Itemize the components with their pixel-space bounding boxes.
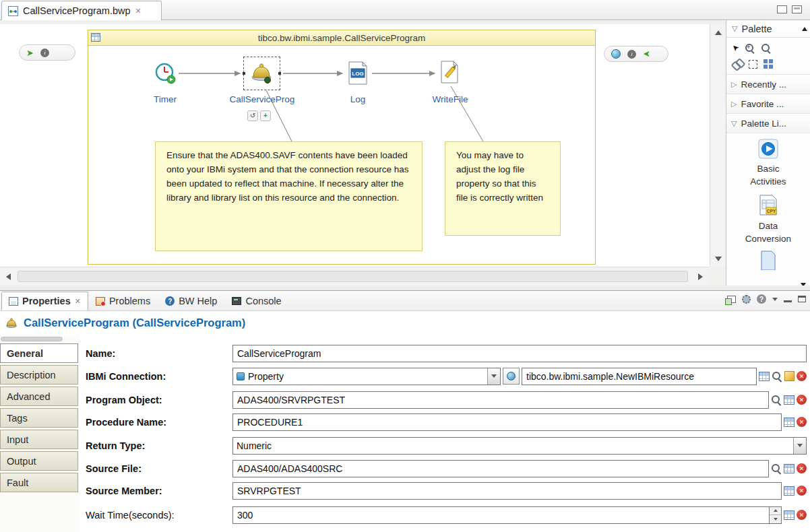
side-tab-general[interactable]: General [0, 343, 78, 363]
add-activity-icon[interactable]: + [260, 110, 271, 121]
module-property-icon[interactable] [784, 464, 795, 473]
activity-label-timer[interactable]: Timer [145, 94, 185, 104]
side-tab-input[interactable]: Input [0, 430, 78, 449]
link-tool-icon[interactable] [732, 59, 743, 69]
tab-problems[interactable]: Problems [88, 292, 158, 310]
side-tab-description[interactable]: Description [0, 365, 78, 385]
combo-arrow-icon[interactable] [793, 438, 806, 454]
info-icon[interactable]: i [627, 50, 636, 59]
gear-icon[interactable] [742, 295, 751, 304]
log-icon: LOG [347, 61, 369, 86]
combo-arrow-icon[interactable] [487, 368, 500, 385]
restore-view-icon[interactable] [727, 296, 736, 303]
search-icon[interactable] [771, 463, 782, 474]
connection-mode-combo[interactable]: Property [232, 368, 501, 385]
horizontal-sash[interactable] [0, 286, 810, 291]
help-icon[interactable]: ? [757, 294, 766, 304]
horizontal-scroll-thumb[interactable] [18, 271, 688, 282]
editor-vertical-scrollbar[interactable] [710, 24, 726, 267]
activity-callserviceprogram[interactable] [250, 61, 273, 86]
clear-icon[interactable]: ✕ [797, 486, 807, 496]
search-icon[interactable] [772, 371, 782, 382]
activity-writefile[interactable] [439, 59, 462, 87]
tab-bw-help[interactable]: ? BW Help [158, 292, 224, 310]
field-row-name: Name: [86, 344, 807, 362]
minimize-editor-button[interactable] [777, 5, 787, 13]
module-property-icon[interactable] [784, 418, 795, 427]
wait-time-stepper[interactable] [770, 506, 782, 524]
editor-tab-close-icon[interactable]: ✕ [135, 7, 142, 15]
side-tabs-scrollbar[interactable] [1, 337, 63, 341]
validate-icon[interactable] [611, 49, 621, 59]
palette-group-favorite[interactable]: ▷ Favorite ... [726, 94, 810, 114]
return-type-combo[interactable]: Numeric [232, 437, 807, 455]
note-logfile[interactable]: You may have to adjust the log file prop… [445, 141, 561, 236]
field-row-procedure-name: Procedure Name: ✕ [86, 413, 807, 431]
side-tab-output[interactable]: Output [0, 451, 78, 471]
stepper-down-icon[interactable] [770, 515, 781, 523]
scroll-right-button[interactable] [695, 271, 706, 282]
palette-group-recently[interactable]: ▷ Recently ... [726, 75, 810, 94]
scroll-down-button[interactable] [712, 253, 724, 264]
editor-horizontal-scrollbar[interactable] [0, 267, 726, 286]
maximize-view-button[interactable] [798, 296, 806, 302]
palette-entry-partial[interactable] [726, 250, 810, 272]
process-canvas[interactable]: ➤ i i ➤ tibco.bw.ibmi.sample.CallService… [0, 24, 710, 267]
info-icon[interactable]: i [40, 48, 49, 57]
activity-label-callserviceprogram[interactable]: CallServiceProg [222, 94, 302, 104]
source-file-input[interactable] [232, 460, 769, 477]
scroll-up-button[interactable] [712, 27, 724, 38]
tab-properties[interactable]: Properties ✕ [1, 292, 88, 310]
new-resource-icon[interactable] [784, 371, 795, 381]
procedure-name-input[interactable] [232, 413, 782, 431]
source-member-input[interactable] [232, 482, 782, 500]
program-object-input[interactable] [232, 391, 769, 409]
scroll-left-button[interactable] [3, 271, 13, 282]
activity-timer[interactable] [153, 61, 177, 88]
zoom-tool-icon[interactable] [761, 43, 771, 53]
resource-table-icon[interactable] [759, 372, 770, 381]
clear-icon[interactable]: ✕ [797, 417, 807, 427]
name-input[interactable] [232, 345, 807, 362]
side-tab-tags[interactable]: Tags [0, 408, 78, 428]
choose-resource-button[interactable] [503, 368, 520, 385]
clear-icon[interactable]: ✕ [797, 395, 807, 405]
palette-header[interactable]: ▽ Palette [726, 20, 810, 38]
note-connection[interactable]: Ensure that the ADAS400.SAVF contents ha… [155, 141, 423, 251]
side-tab-advanced[interactable]: Advanced [0, 387, 78, 406]
clear-icon[interactable]: ✕ [797, 371, 807, 381]
tab-close-icon[interactable]: ✕ [75, 298, 81, 305]
back-arrow-icon[interactable]: ➤ [643, 50, 650, 59]
maximize-editor-button[interactable] [792, 5, 802, 13]
editor-tab-callserviceprogram[interactable]: CallServiceProgram.bwp ✕ [1, 1, 162, 20]
process-file-icon [8, 6, 18, 16]
clear-icon[interactable]: ✕ [797, 510, 807, 520]
activity-log[interactable]: LOG [347, 61, 369, 88]
grid-tool-icon[interactable] [764, 59, 773, 69]
activity-label-writefile[interactable]: WriteFile [427, 94, 473, 104]
stepper-up-icon[interactable] [770, 507, 781, 516]
view-menu-chevron-icon[interactable] [772, 298, 778, 301]
activity-label-log[interactable]: Log [344, 94, 371, 104]
connection-resource-input[interactable] [522, 368, 757, 385]
palette-entry-data-conversion[interactable]: CPY Data Conversion [726, 194, 810, 246]
module-property-icon[interactable] [784, 510, 795, 520]
search-icon[interactable] [771, 395, 782, 405]
palette-group-palette-library[interactable]: ▽ Palette Li... [726, 114, 810, 133]
palette-scroll-up-icon[interactable] [802, 27, 807, 31]
select-tool-icon[interactable]: ➤ [730, 42, 741, 53]
tab-console[interactable]: Console [224, 292, 288, 310]
process-header[interactable]: tibco.bw.ibmi.sample.CallServiceProgram [88, 30, 595, 46]
process-title: tibco.bw.ibmi.sample.CallServiceProgram [258, 33, 425, 43]
refresh-binding-icon[interactable]: ↺ [247, 110, 258, 121]
wait-time-input[interactable] [232, 506, 770, 524]
marquee-tool-icon[interactable] [749, 60, 757, 69]
clear-icon[interactable]: ✕ [797, 463, 807, 473]
run-icon[interactable]: ➤ [26, 48, 34, 57]
minimize-view-button[interactable] [784, 296, 792, 302]
module-property-icon[interactable] [784, 395, 795, 405]
module-property-icon[interactable] [784, 486, 795, 496]
zoom-in-icon[interactable]: + [745, 43, 755, 53]
side-tab-fault[interactable]: Fault [0, 473, 78, 492]
palette-entry-basic-activities[interactable]: Basic Activities [726, 139, 810, 189]
